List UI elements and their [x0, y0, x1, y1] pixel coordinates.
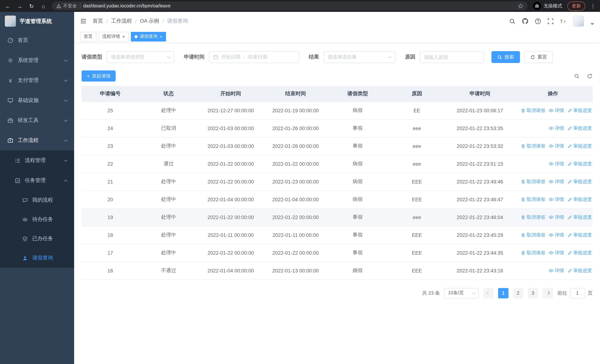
op-progress-link[interactable]: 审批进度 [567, 267, 592, 274]
result-select[interactable]: 请选择流结果 [324, 51, 395, 63]
op-cancel-link[interactable]: 取消请假 [521, 232, 545, 238]
op-progress-link[interactable]: 审批进度 [567, 232, 592, 238]
home-icon[interactable]: ⌂ [40, 3, 47, 9]
reset-button[interactable]: 重置 [525, 51, 553, 63]
op-detail-link[interactable]: 详情 [548, 196, 564, 203]
sidebar-item-label: 请假查询 [32, 255, 53, 261]
sidebar-item-done-tasks[interactable]: 已办任务 [0, 229, 74, 248]
trash-icon [521, 179, 525, 184]
tab-home[interactable]: 首页 [80, 32, 96, 41]
sidebar-item-devtools[interactable]: 研发工具 [0, 111, 74, 131]
op-progress-link[interactable]: 审批进度 [567, 125, 592, 131]
breadcrumb-item[interactable]: 工作流程 [111, 18, 132, 24]
pen-icon [567, 233, 572, 237]
table-row: 22通过2022-01-22 00:00:002022-01-22 00:00:… [82, 155, 593, 173]
op-detail-link[interactable]: 详情 [548, 125, 564, 131]
sidebar-item-system[interactable]: 系统管理 [0, 50, 74, 70]
tab-process-detail[interactable]: 流程详情 × [99, 32, 129, 41]
cell-end-time: 2022-01-22 00:00:00 [263, 244, 328, 262]
bookmark-star-icon[interactable] [518, 3, 523, 9]
sidebar-item-workflow[interactable]: 工作流程 [0, 131, 74, 150]
address-bar[interactable]: 不安全 dashboard.yudao.iocoder.cn/bpm/oa/le… [52, 1, 528, 10]
op-detail-link[interactable]: 详情 [548, 107, 564, 114]
forward-icon[interactable]: → [16, 3, 23, 9]
op-label: 详情 [555, 196, 564, 203]
hide-search-icon[interactable] [574, 73, 580, 79]
eye-icon [548, 268, 554, 273]
sidebar-item-my-processes[interactable]: 我的流程 [0, 191, 74, 210]
font-size-icon[interactable]: TT [560, 18, 567, 24]
op-progress-link[interactable]: 审批进度 [567, 107, 592, 114]
op-progress-link[interactable]: 审批进度 [567, 178, 592, 185]
browser-update-button[interactable]: 更新 [567, 1, 585, 10]
tab-leave-query[interactable]: 请假查询 × [131, 32, 166, 41]
op-cancel-link[interactable]: 取消请假 [521, 178, 545, 185]
create-leave-button[interactable]: + 发起请假 [82, 70, 116, 82]
kebab-menu-icon[interactable]: ⋮ [590, 3, 596, 9]
cell-leave-type: 事假 [328, 244, 387, 262]
refresh-table-icon[interactable] [587, 73, 593, 79]
page-button-3[interactable]: 3 [528, 288, 538, 298]
leave-type-select[interactable]: 请选择请假类型 [107, 51, 174, 63]
page-button-2[interactable]: 2 [513, 288, 523, 298]
op-detail-link[interactable]: 详情 [548, 232, 564, 238]
cell-status: 通过 [139, 155, 198, 173]
op-detail-link[interactable]: 详情 [548, 161, 564, 167]
breadcrumb-item[interactable]: OA 示例 [140, 18, 159, 24]
collapse-sidebar-icon[interactable] [80, 18, 87, 24]
op-cancel-link[interactable]: 取消请假 [521, 107, 545, 114]
op-detail-link[interactable]: 详情 [548, 250, 564, 256]
eye-icon [548, 179, 554, 184]
breadcrumb-item[interactable]: 首页 [93, 18, 103, 24]
help-icon[interactable] [535, 18, 541, 24]
op-cancel-link[interactable]: 取消请假 [521, 214, 545, 220]
main-area: 首页 / 工作流程 / OA 示例 / 请假查询 TT [74, 12, 600, 364]
url-text[interactable]: dashboard.yudao.iocoder.cn/bpm/oa/leave [83, 3, 515, 9]
cell-id: 20 [82, 191, 139, 208]
github-icon[interactable] [522, 18, 528, 24]
cell-apply-time: 2022-01-22 23:46:04 [447, 208, 513, 226]
reset-button-label: 重置 [537, 54, 547, 60]
search-button[interactable]: 搜索 [491, 51, 520, 63]
op-cancel-link[interactable]: 取消请假 [521, 143, 545, 149]
reload-icon[interactable]: ↻ [28, 3, 35, 9]
sidebar-item-payment[interactable]: ¥ 支付管理 [0, 70, 74, 90]
fullscreen-icon[interactable] [547, 18, 554, 24]
op-detail-link[interactable]: 详情 [548, 143, 564, 149]
goto-page-input[interactable] [570, 288, 585, 298]
reason-input[interactable] [424, 54, 480, 60]
close-icon[interactable]: × [122, 34, 125, 39]
sidebar-item-infrastructure[interactable]: 基础设施 [0, 90, 74, 111]
sidebar-item-home[interactable]: 首页 [0, 30, 74, 50]
op-progress-link[interactable]: 审批进度 [567, 250, 592, 256]
user-avatar[interactable] [573, 16, 584, 27]
search-icon[interactable] [509, 18, 516, 24]
sidebar-item-process-mgmt[interactable]: 流程管理 [0, 150, 74, 170]
dashboard-icon [7, 37, 14, 43]
op-progress-link[interactable]: 审批进度 [567, 196, 592, 203]
next-page-button[interactable] [543, 288, 553, 298]
security-indicator[interactable]: 不安全 [56, 3, 77, 9]
svg-text:T: T [564, 20, 566, 24]
op-progress-link[interactable]: 审批进度 [567, 161, 592, 167]
date-range-picker[interactable]: 开始日期 - 结束日期 [209, 51, 299, 63]
op-detail-link[interactable]: 详情 [548, 178, 564, 185]
sidebar-item-leave-query[interactable]: 请假查询 [0, 248, 74, 268]
back-icon[interactable]: ← [4, 3, 11, 9]
page-button-1[interactable]: 1 [498, 288, 508, 298]
cell-reason: eee [387, 155, 447, 173]
op-progress-link[interactable]: 审批进度 [567, 143, 592, 149]
prev-page-button[interactable] [483, 288, 494, 298]
op-progress-link[interactable]: 审批进度 [567, 214, 592, 220]
app-logo[interactable]: 芋道管理系统 [0, 12, 74, 30]
avatar-caret-icon[interactable] [590, 23, 594, 25]
close-icon[interactable]: × [160, 34, 162, 39]
pen-icon [567, 179, 572, 184]
op-detail-link[interactable]: 详情 [548, 267, 564, 274]
sidebar-item-task-mgmt[interactable]: 任务管理 [0, 170, 74, 191]
sidebar-item-pending-tasks[interactable]: 待办任务 [0, 210, 74, 229]
op-cancel-link[interactable]: 取消请假 [521, 196, 545, 203]
page-size-select[interactable]: 10条/页 [444, 288, 479, 298]
op-cancel-link[interactable]: 取消请假 [521, 250, 545, 256]
op-detail-link[interactable]: 详情 [548, 214, 564, 220]
